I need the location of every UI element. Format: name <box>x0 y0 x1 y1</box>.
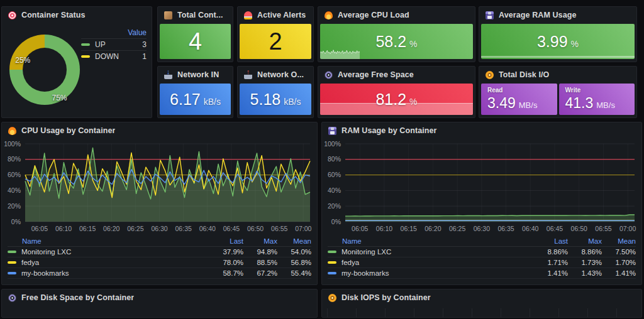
legend-label: DOWN <box>95 52 142 61</box>
legend-row-fedya[interactable]: fedya 1.71% 1.73% 1.70% <box>328 257 636 268</box>
stat-value: 6.17 <box>170 90 201 109</box>
svg-text:20%: 20% <box>328 202 341 210</box>
panel-header-ram-by-container[interactable]: RAM Usage by Container <box>322 122 641 139</box>
series-marker <box>8 272 16 274</box>
read-unit: MB/s <box>519 100 538 110</box>
col-max[interactable]: Max <box>243 237 277 245</box>
svg-text:60%: 60% <box>328 171 341 178</box>
series-last: 37.9% <box>209 248 243 256</box>
target-icon <box>8 11 16 19</box>
svg-text:40%: 40% <box>8 187 21 194</box>
series-name: fedya <box>341 259 359 266</box>
panel-avg-cpu-load: Average CPU Load 58.2% <box>318 6 475 62</box>
col-mean[interactable]: Mean <box>602 237 636 245</box>
svg-text:06:10: 06:10 <box>55 225 72 232</box>
svg-text:06:55: 06:55 <box>271 225 287 232</box>
cpu-time-series-chart[interactable]: 0%20%40%60%80%100%06:0506:1006:1506:2006… <box>3 139 316 234</box>
series-name: Monitoring LXC <box>341 248 391 256</box>
legend-value: 1 <box>142 52 147 61</box>
panel-header-container-status[interactable]: Container Status <box>2 7 152 23</box>
panel-header-cpu-by-container[interactable]: CPU Usage by Container <box>2 122 317 139</box>
col-name[interactable]: Name <box>8 237 209 245</box>
stat-value: 5.18 <box>250 90 281 109</box>
panel-total-containers: Total Cont... 4 <box>157 6 233 62</box>
read-label: Read <box>487 87 551 94</box>
panel-header-free-disk-space[interactable]: Free Disk Space by Container <box>2 289 317 306</box>
stat-body: 3.99% <box>481 24 635 59</box>
legend-row-my-bookmarks[interactable]: my-bookmarks 1.41% 1.43% 1.41% <box>328 268 636 279</box>
outbox-icon <box>244 71 252 79</box>
panel-title: Network IN <box>177 70 219 79</box>
stat-body: 4 <box>160 24 231 59</box>
legend-row-my-bookmarks[interactable]: my-bookmarks 58.7% 67.2% 55.4% <box>8 268 311 279</box>
panel-header-total-containers[interactable]: Total Cont... <box>158 7 233 23</box>
stat-body: 6.17kB/s <box>160 84 231 115</box>
series-name: my-bookmarks <box>341 269 389 277</box>
svg-text:06:10: 06:10 <box>376 225 392 232</box>
svg-text:06:40: 06:40 <box>522 225 538 232</box>
svg-text:06:20: 06:20 <box>103 225 119 232</box>
series-mean: 1.70% <box>602 259 636 266</box>
grafana-dashboard: Container Status 25% 75% Value UP 3 DOWN… <box>0 0 644 319</box>
fire-icon <box>8 127 16 135</box>
stat-unit: % <box>409 39 417 49</box>
series-last: 58.7% <box>209 269 243 277</box>
panel-title: Disk IOPS by Container <box>341 293 431 302</box>
gold-disc-icon <box>486 71 494 79</box>
panel-header-disk-iops[interactable]: Disk IOPS by Container <box>322 289 641 306</box>
legend-value: 3 <box>142 40 147 49</box>
legend-header-row: Name Last Max Mean <box>328 236 636 247</box>
svg-text:100%: 100% <box>4 140 21 148</box>
write-unit: MB/s <box>596 100 615 110</box>
panel-header-avg-cpu-load[interactable]: Average CPU Load <box>318 7 475 23</box>
panel-header-avg-free-space[interactable]: Average Free Space <box>318 67 475 83</box>
panel-title: Free Disk Space by Container <box>21 293 134 302</box>
series-name: my-bookmarks <box>21 269 69 277</box>
col-mean[interactable]: Mean <box>277 237 311 245</box>
cpu-legend-table: Name Last Max Mean Monitoring LXC 37.9% … <box>8 236 311 279</box>
svg-text:100%: 100% <box>324 140 341 148</box>
series-marker <box>8 251 16 253</box>
panel-header-network-in[interactable]: Network IN <box>158 67 233 83</box>
panel-container-status: Container Status 25% 75% Value UP 3 DOWN… <box>1 6 152 118</box>
col-last[interactable]: Last <box>534 237 568 245</box>
svg-text:06:45: 06:45 <box>547 225 563 232</box>
stat-unit: % <box>409 97 417 107</box>
legend-row-monitoring-lxc[interactable]: Monitoring LXC 8.86% 8.86% 7.50% <box>328 247 636 257</box>
disk-read-stat: Read 3.49MB/s <box>481 84 557 115</box>
status-legend: Value UP 3 DOWN 1 <box>81 27 147 62</box>
series-last: 1.41% <box>534 269 568 277</box>
series-last: 1.71% <box>534 259 568 266</box>
legend-item-up[interactable]: UP 3 <box>81 38 147 50</box>
series-marker <box>328 272 336 274</box>
panel-header-active-alerts[interactable]: Active Alerts <box>238 7 313 23</box>
series-marker <box>8 261 16 264</box>
ram-time-series-chart[interactable]: 0%20%40%60%80%100%06:0506:1006:1506:2006… <box>323 139 641 234</box>
svg-text:06:15: 06:15 <box>401 225 417 232</box>
panel-disk-iops: Disk IOPS by Container <box>321 289 642 318</box>
svg-text:0%: 0% <box>11 218 21 225</box>
col-name[interactable]: Name <box>328 237 534 245</box>
series-max: 8.86% <box>568 248 602 256</box>
status-donut: 25% 75% <box>9 35 80 105</box>
stat-unit: kB/s <box>204 97 221 107</box>
panel-total-disk-io: Total Disk I/O Read 3.49MB/s Write 41.3M… <box>479 66 637 118</box>
panel-free-disk-space: Free Disk Space by Container <box>1 289 318 318</box>
panel-header-avg-ram-usage[interactable]: Average RAM Usage <box>479 7 636 23</box>
svg-text:60%: 60% <box>8 171 21 178</box>
fire-icon <box>325 11 333 19</box>
panel-header-network-out[interactable]: Network O... <box>238 67 313 83</box>
legend-row-monitoring-lxc[interactable]: Monitoring LXC 37.9% 94.8% 54.0% <box>8 247 311 257</box>
panel-network-out: Network O... 5.18kB/s <box>237 66 314 118</box>
stat-value: 58.2 <box>375 33 406 51</box>
col-max[interactable]: Max <box>568 237 602 245</box>
series-last: 78.0% <box>209 259 243 266</box>
col-last[interactable]: Last <box>209 237 243 245</box>
series-marker <box>328 251 336 253</box>
panel-header-total-disk-io[interactable]: Total Disk I/O <box>479 67 636 83</box>
legend-row-fedya[interactable]: fedya 78.0% 88.5% 56.8% <box>8 257 311 268</box>
stat-value: 2 <box>269 28 282 55</box>
series-mean: 55.4% <box>277 269 311 277</box>
stat-body: 81.2% <box>320 84 473 115</box>
legend-item-down[interactable]: DOWN 1 <box>81 50 147 62</box>
